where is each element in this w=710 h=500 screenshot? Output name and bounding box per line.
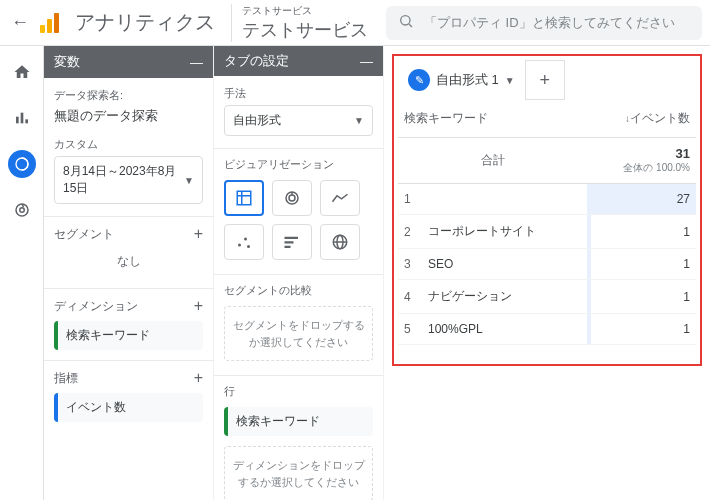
dimension-dropzone[interactable]: ディメンションをドロップするか選択してください xyxy=(224,446,373,500)
explore-name-value[interactable]: 無題のデータ探索 xyxy=(54,107,203,125)
add-tab-button[interactable]: + xyxy=(525,60,565,100)
custom-label: カスタム xyxy=(54,137,203,152)
viz-table-button[interactable] xyxy=(224,180,264,216)
nav-home[interactable] xyxy=(8,58,36,86)
variables-panel-header: 変数 — xyxy=(44,46,213,78)
viz-donut-button[interactable] xyxy=(272,180,312,216)
nav-advertising[interactable] xyxy=(8,196,36,224)
pencil-icon: ✎ xyxy=(408,69,430,91)
row-value: 1 xyxy=(587,249,696,280)
row-keyword: SEO xyxy=(422,249,587,280)
total-subtext: 全体の 100.0% xyxy=(593,161,690,175)
collapse-icon[interactable]: — xyxy=(360,54,373,69)
row-value: 1 xyxy=(587,215,696,249)
svg-point-15 xyxy=(244,238,247,241)
row-value: 1 xyxy=(587,314,696,345)
col-events-header[interactable]: ↓イベント数 xyxy=(587,100,696,138)
row-keyword: 100%GPL xyxy=(422,314,587,345)
svg-point-6 xyxy=(16,204,28,216)
collapse-icon[interactable]: — xyxy=(190,55,203,70)
analytics-logo xyxy=(40,13,59,33)
svg-point-16 xyxy=(247,245,250,248)
chevron-down-icon[interactable]: ▼ xyxy=(505,75,515,86)
col-keyword-header[interactable]: 検索キーワード xyxy=(398,100,587,138)
tab-settings-title: タブの設定 xyxy=(224,52,289,70)
row-index: 3 xyxy=(398,249,422,280)
svg-line-1 xyxy=(409,24,412,27)
row-value: 1 xyxy=(587,280,696,314)
dimensions-label: ディメンション xyxy=(54,298,138,315)
property-main: テストサービス xyxy=(242,18,368,42)
svg-rect-2 xyxy=(16,117,19,124)
metrics-label: 指標 xyxy=(54,370,78,387)
brand-name: アナリティクス xyxy=(75,9,215,36)
technique-selector[interactable]: 自由形式 ▼ xyxy=(224,105,373,136)
dimension-chip[interactable]: 検索キーワード xyxy=(54,321,203,350)
table-row[interactable]: 4ナビゲーション1 xyxy=(398,280,696,314)
chevron-down-icon: ▼ xyxy=(184,175,194,186)
svg-rect-8 xyxy=(237,191,251,205)
svg-rect-4 xyxy=(25,119,28,123)
tab-name: 自由形式 1 xyxy=(436,71,499,89)
segments-none: なし xyxy=(54,249,203,280)
add-dimension-button[interactable]: + xyxy=(194,297,203,315)
rows-chip[interactable]: 検索キーワード xyxy=(224,407,373,436)
row-keyword: コーポレートサイト xyxy=(422,215,587,249)
technique-value: 自由形式 xyxy=(233,112,281,129)
row-index: 2 xyxy=(398,215,422,249)
viz-geo-button[interactable] xyxy=(320,224,360,260)
tab-settings-panel-header: タブの設定 — xyxy=(214,46,383,76)
technique-label: 手法 xyxy=(224,86,373,101)
row-keyword xyxy=(422,184,587,215)
search-placeholder: 「プロパティ ID」と検索してみてください xyxy=(424,14,675,32)
add-metric-button[interactable]: + xyxy=(194,369,203,387)
svg-point-12 xyxy=(289,195,295,201)
svg-point-0 xyxy=(401,16,410,25)
add-segment-button[interactable]: + xyxy=(194,225,203,243)
rows-label: 行 xyxy=(224,384,373,399)
total-label: 合計 xyxy=(398,138,587,184)
variables-title: 変数 xyxy=(54,53,80,71)
table-row[interactable]: 127 xyxy=(398,184,696,215)
total-cell: 31 全体の 100.0% xyxy=(587,138,696,184)
row-index: 1 xyxy=(398,184,422,215)
nav-reports[interactable] xyxy=(8,104,36,132)
svg-point-7 xyxy=(19,208,24,213)
row-index: 5 xyxy=(398,314,422,345)
segments-label: セグメント xyxy=(54,226,114,243)
table-row[interactable]: 2コーポレートサイト1 xyxy=(398,215,696,249)
viz-scatter-button[interactable] xyxy=(224,224,264,260)
row-keyword: ナビゲーション xyxy=(422,280,587,314)
svg-rect-18 xyxy=(285,241,294,243)
explore-name-label: データ探索名: xyxy=(54,88,203,103)
search-input[interactable]: 「プロパティ ID」と検索してみてください xyxy=(386,6,702,40)
nav-explore[interactable] xyxy=(8,150,36,178)
date-range-selector[interactable]: 8月14日～2023年8月15日 ▼ xyxy=(54,156,203,204)
row-index: 4 xyxy=(398,280,422,314)
property-selector[interactable]: テストサービス テストサービス xyxy=(231,4,368,42)
viz-line-button[interactable] xyxy=(320,180,360,216)
table-row[interactable]: 3SEO1 xyxy=(398,249,696,280)
segment-dropzone[interactable]: セグメントをドロップするか選択してください xyxy=(224,306,373,361)
date-range-value: 8月14日～2023年8月15日 xyxy=(63,163,184,197)
property-sub: テストサービス xyxy=(242,4,368,18)
viz-label: ビジュアリゼーション xyxy=(224,157,373,172)
search-icon xyxy=(398,13,414,32)
viz-bar-button[interactable] xyxy=(272,224,312,260)
report-tab[interactable]: ✎ 自由形式 1 ▼ xyxy=(398,60,525,100)
table-row[interactable]: 5100%GPL1 xyxy=(398,314,696,345)
svg-rect-19 xyxy=(285,246,291,248)
svg-rect-3 xyxy=(20,113,23,124)
total-value: 31 xyxy=(593,146,690,161)
row-value: 27 xyxy=(587,184,696,215)
back-button[interactable]: ← xyxy=(8,12,32,33)
svg-rect-17 xyxy=(285,237,299,239)
chevron-down-icon: ▼ xyxy=(354,115,364,126)
segment-compare-label: セグメントの比較 xyxy=(224,283,373,298)
svg-point-14 xyxy=(238,244,241,247)
metric-chip[interactable]: イベント数 xyxy=(54,393,203,422)
